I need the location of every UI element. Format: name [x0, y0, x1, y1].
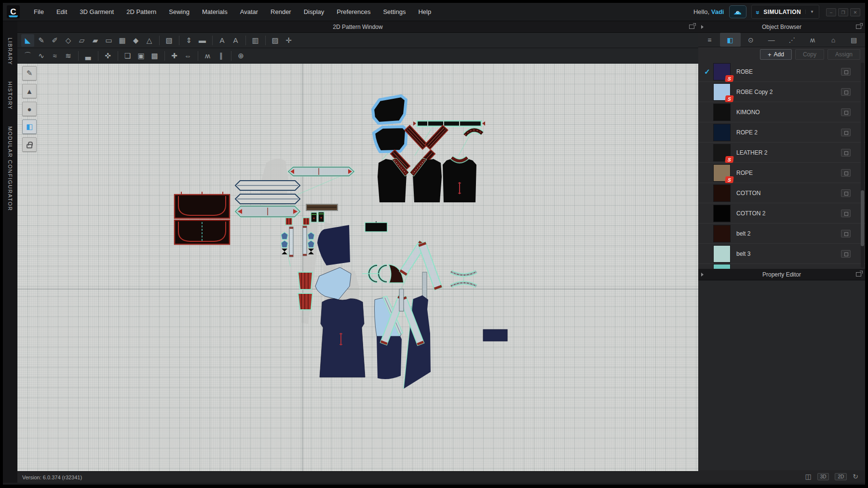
- segment-sewing-icon[interactable]: ⌒: [21, 50, 34, 62]
- username[interactable]: Vadi: [711, 8, 724, 15]
- tab-tape-measure-icon[interactable]: ▤: [843, 33, 864, 47]
- property-editor-popout-icon[interactable]: [856, 272, 861, 277]
- show-garment-icon[interactable]: ▲: [22, 84, 37, 98]
- object-row-cotton[interactable]: COTTON: [698, 183, 865, 203]
- pin-garment-icon[interactable]: ❏: [121, 50, 134, 62]
- flatten-pattern-icon[interactable]: ✚: [168, 50, 181, 62]
- pattern-piece-waistband-strip[interactable]: [288, 167, 354, 176]
- fabric-thumbnail[interactable]: [713, 205, 731, 222]
- stitch-tool-icon[interactable]: ⇔: [181, 50, 194, 62]
- fabric-thumbnail[interactable]: [713, 124, 731, 141]
- fabric-thumbnail[interactable]: S: [713, 144, 731, 161]
- close-button[interactable]: ✕: [850, 8, 860, 16]
- menu-render[interactable]: Render: [264, 3, 298, 21]
- collapse-arrow-icon[interactable]: [701, 273, 704, 277]
- edit-point-icon[interactable]: ◇: [62, 34, 75, 47]
- fabric-thumbnail[interactable]: [713, 104, 731, 121]
- pattern-piece-navy-flare[interactable]: [317, 225, 350, 265]
- sidebar-tab-library[interactable]: LIBRARY: [7, 38, 13, 65]
- object-row-cotton-2[interactable]: COTTON 2: [698, 203, 865, 224]
- object-browser-popout-icon[interactable]: [856, 25, 861, 29]
- tack-on-avatar-icon[interactable]: ▣: [135, 50, 148, 62]
- object-row-kimono[interactable]: KIMONO: [698, 102, 865, 122]
- edit-curvature-icon[interactable]: ✐: [48, 34, 61, 47]
- menu-file[interactable]: File: [27, 3, 50, 21]
- camera-icon[interactable]: [841, 149, 851, 157]
- pattern-piece-collar-strip-1[interactable]: [235, 181, 300, 190]
- menu-display[interactable]: Display: [298, 3, 331, 21]
- pattern-piece-pocket-flap-1[interactable]: [175, 192, 230, 218]
- lock-pattern-icon[interactable]: [22, 137, 37, 152]
- pattern-piece-brown-bar[interactable]: [306, 204, 338, 211]
- fabric-thumbnail[interactable]: [713, 185, 731, 202]
- view-2d-button[interactable]: 2D: [835, 473, 847, 480]
- camera-icon[interactable]: [841, 88, 851, 96]
- camera-icon[interactable]: [841, 68, 851, 76]
- simulation-dropdown-icon[interactable]: ▼: [805, 10, 814, 14]
- measure-icon[interactable]: ▬: [196, 34, 209, 47]
- object-row-belt-3[interactable]: belt 3: [698, 244, 865, 264]
- menu-2d-pattern[interactable]: 2D Pattern: [120, 3, 163, 21]
- pattern-piece-vertical-strips[interactable]: [289, 226, 307, 257]
- pattern-annotation-icon[interactable]: A: [216, 34, 229, 47]
- zigzag-topstitch-icon[interactable]: ʍ: [201, 50, 214, 62]
- texture-editor-icon[interactable]: ▨: [269, 34, 282, 47]
- free-sewing-icon[interactable]: ∿: [35, 50, 48, 62]
- pattern-piece-collar-strip-3[interactable]: [235, 206, 300, 217]
- pattern-piece-loop-arcs[interactable]: [362, 265, 387, 282]
- tab-stitch-icon[interactable]: ⋰: [782, 33, 802, 47]
- pattern-piece-dress-back[interactable]: [320, 299, 365, 377]
- pattern-piece-black-belt[interactable]: [365, 221, 387, 232]
- pattern-piece-sleeve-bottom-selected[interactable]: [374, 127, 407, 152]
- camera-icon[interactable]: [841, 250, 851, 258]
- colorway-icon[interactable]: ⊕: [234, 50, 247, 62]
- pattern-piece-red-cuff-1[interactable]: [298, 272, 312, 290]
- select-garment-icon[interactable]: ✜: [101, 50, 114, 62]
- pattern-piece-pocket-flap-2[interactable]: [175, 220, 230, 244]
- menu-materials[interactable]: Materials: [196, 3, 234, 21]
- object-row-robe-copy-2[interactable]: SROBE Copy 2: [698, 82, 865, 102]
- pattern-piece-bodice-front-right[interactable]: [410, 158, 442, 202]
- split-view-icon[interactable]: ◫: [805, 473, 811, 480]
- pattern-piece-red-cuff-2[interactable]: [298, 293, 312, 310]
- pattern-offset-icon[interactable]: ▧: [163, 34, 176, 47]
- collapse-arrow-icon[interactable]: [701, 25, 704, 29]
- tab-scene-list-icon[interactable]: ≡: [699, 33, 720, 47]
- edit-sewing-icon[interactable]: ≋: [62, 50, 75, 62]
- object-row-belt-2[interactable]: belt 2: [698, 224, 865, 244]
- tab-fabric-icon[interactable]: ◧: [720, 33, 741, 47]
- menu-edit[interactable]: Edit: [50, 3, 73, 21]
- trace-icon[interactable]: △: [143, 34, 156, 47]
- simulation-button[interactable]: » SIMULATION ▼: [751, 5, 820, 19]
- show-pattern-icon[interactable]: ◧: [22, 119, 37, 134]
- edit-pattern-icon[interactable]: ✎: [35, 34, 48, 47]
- camera-icon[interactable]: [841, 189, 851, 197]
- fabric-thumbnail[interactable]: [713, 245, 731, 263]
- fabric-thumbnail[interactable]: S: [713, 164, 731, 182]
- fold-arrangement-icon[interactable]: ▩: [148, 50, 161, 62]
- pattern-piece-ladder-tabs[interactable]: [285, 218, 310, 225]
- pattern-piece-bodice-back[interactable]: [443, 158, 476, 202]
- minimize-button[interactable]: –: [826, 8, 836, 16]
- menu-preferences[interactable]: Preferences: [330, 3, 377, 21]
- create-rectangle-icon[interactable]: ▭: [102, 34, 115, 47]
- menu-settings[interactable]: Settings: [377, 3, 412, 21]
- pattern-piece-belt-strip[interactable]: [413, 121, 485, 126]
- pattern-piece-sleeve-top-selected[interactable]: [373, 96, 406, 123]
- copy-button[interactable]: Copy: [795, 49, 824, 60]
- refresh-icon[interactable]: ↻: [853, 473, 858, 480]
- pattern-piece-brown-fan[interactable]: [389, 264, 404, 283]
- camera-icon[interactable]: [841, 108, 851, 116]
- fabric-thumbnail[interactable]: S: [713, 63, 731, 80]
- create-polygon-icon[interactable]: ▰: [89, 34, 102, 47]
- mn-sewing-icon[interactable]: ≈: [48, 50, 61, 62]
- create-inner-polygon-icon[interactable]: ▦: [116, 34, 129, 47]
- pattern-piece-collar-strip-2[interactable]: [235, 194, 300, 204]
- object-row-partial[interactable]: [698, 264, 865, 269]
- object-row-rope-2[interactable]: ROPE 2: [698, 122, 865, 143]
- tab-topstitch-icon[interactable]: —: [761, 33, 782, 47]
- popout-icon[interactable]: [689, 25, 694, 29]
- fabric-thumbnail[interactable]: [713, 225, 731, 242]
- pattern-piece-button-squares[interactable]: [311, 212, 324, 222]
- restore-button[interactable]: ❐: [838, 8, 848, 16]
